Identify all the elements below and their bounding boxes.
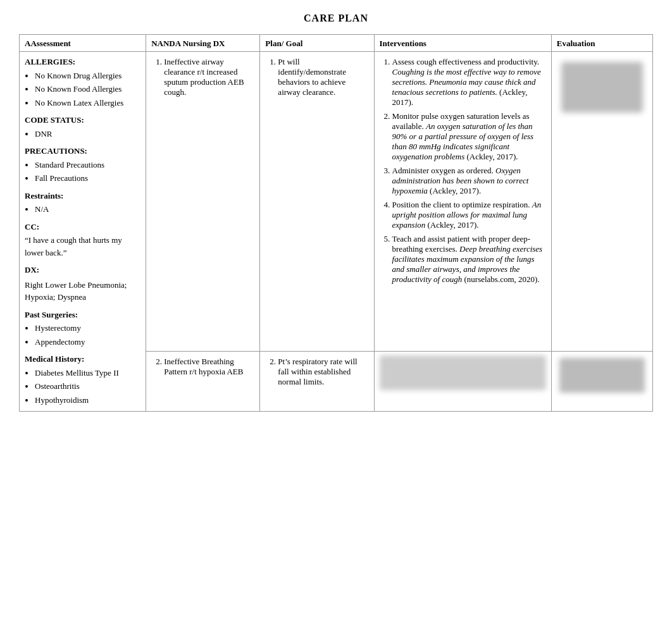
code-status-list: DNR [25, 128, 140, 140]
past-surgeries-list: Hysterectomy Appendectomy [25, 322, 140, 348]
list-item: Fall Precautions [35, 172, 140, 185]
list-item: Monitor pulse oxygen saturation levels a… [392, 111, 546, 162]
list-item: No Known Drug Allergies [35, 70, 140, 82]
restraints-header: Restraints: [25, 190, 140, 202]
header-assessment: AAssessment [20, 35, 146, 52]
plan-cell-1: Pt will identify/demonstrate behaviors t… [260, 52, 374, 352]
care-plan-row-1: ALLERGIES: No Known Drug Allergies No Kn… [20, 52, 653, 352]
list-item: Osteoarthritis [35, 380, 140, 393]
dx-header: DX: [25, 264, 140, 276]
header-nanda: NANDA Nursing DX [146, 35, 260, 52]
list-item: Ineffective airway clearance r/t increas… [164, 57, 254, 97]
allergies-list: No Known Drug Allergies No Known Food Al… [25, 70, 140, 109]
evaluation-blurred-2 [559, 358, 645, 393]
cc-text: “I have a cough that hurts my lower back… [25, 234, 140, 259]
intervention-citation: (Ackley, 2017). [464, 152, 518, 161]
dx-text: Right Lower Lobe Pneumonia; Hypoxia; Dys… [25, 279, 140, 304]
interventions-list-1: Assess cough effectiveness and productiv… [380, 57, 546, 285]
list-item: No Known Food Allergies [35, 83, 140, 95]
page-container: CARE PLAN AAssessment NANDA Nursing DX P… [0, 0, 672, 424]
intervention-text: Position the client to optimize respirat… [392, 200, 532, 209]
plan-cell-2: Pt’s respiratory rate will fall within e… [260, 352, 374, 412]
medical-history-header: Medical History: [25, 353, 140, 366]
list-item: No Known Latex Allergies [35, 97, 140, 109]
code-status-header: CODE STATUS: [25, 114, 140, 126]
list-item: Hypothyroidism [35, 394, 140, 407]
intervention-citation: (Ackley, 2017). [425, 220, 478, 230]
evaluation-cell-1 [551, 52, 652, 352]
header-plan: Plan/ Goal [260, 35, 374, 52]
list-item: Standard Precautions [35, 159, 140, 171]
list-item: Pt’s respiratory rate will fall within e… [278, 357, 368, 387]
plan-list-1: Pt will identify/demonstrate behaviors t… [265, 57, 368, 97]
precautions-list: Standard Precautions Fall Precautions [25, 159, 140, 185]
list-item: Administer oxygen as ordered. Oxygen adm… [392, 166, 546, 196]
header-interventions: Interventions [374, 35, 551, 52]
list-item: Position the client to optimize respirat… [392, 200, 546, 230]
list-item: Appendectomy [35, 336, 140, 348]
evaluation-cell-2 [551, 352, 652, 412]
restraints-list: N/A [25, 203, 140, 216]
allergies-header: ALLERGIES: [25, 56, 140, 68]
cc-header: CC: [25, 221, 140, 233]
nanda-cell-2: Ineffective Breathing Pattern r/t hypoxi… [146, 352, 260, 412]
nanda-list-1: Ineffective airway clearance r/t increas… [151, 57, 254, 97]
list-item: Hysterectomy [35, 322, 140, 335]
list-item: Teach and assist patient with proper dee… [392, 234, 546, 285]
list-item: Ineffective Breathing Pattern r/t hypoxi… [164, 357, 254, 377]
interventions-cell-1: Assess cough effectiveness and productiv… [374, 52, 551, 352]
assessment-cell: ALLERGIES: No Known Drug Allergies No Kn… [20, 52, 146, 412]
intervention-citation: (Ackley, 2017). [428, 186, 481, 195]
nanda-cell-1: Ineffective airway clearance r/t increas… [146, 52, 260, 352]
medical-history-list: Diabetes Mellitus Type II Osteoarthritis… [25, 367, 140, 407]
intervention-citation: (nurselabs.com, 2020). [462, 274, 539, 284]
past-surgeries-header: Past Surgeries: [25, 309, 140, 321]
list-item: DNR [35, 128, 140, 140]
assessment-content: ALLERGIES: No Known Drug Allergies No Kn… [25, 56, 140, 406]
precautions-header: PRECAUTIONS: [25, 145, 140, 157]
interventions-cell-2 [374, 352, 551, 412]
list-item: Diabetes Mellitus Type II [35, 367, 140, 379]
evaluation-blurred-1 [561, 62, 643, 113]
list-item: Pt will identify/demonstrate behaviors t… [278, 57, 368, 97]
list-item: Assess cough effectiveness and productiv… [392, 57, 546, 108]
page-title: CARE PLAN [19, 13, 653, 24]
nanda-list-2: Ineffective Breathing Pattern r/t hypoxi… [151, 357, 254, 377]
list-item: N/A [35, 203, 140, 216]
intervention-text: Administer oxygen as ordered. [392, 166, 496, 175]
plan-list-2: Pt’s respiratory rate will fall within e… [265, 357, 368, 387]
header-evaluation: Evaluation [551, 35, 652, 52]
care-plan-table: AAssessment NANDA Nursing DX Plan/ Goal … [19, 34, 653, 412]
interventions-blurred-2 [380, 355, 546, 390]
intervention-text: Assess cough effectiveness and productiv… [392, 57, 540, 66]
